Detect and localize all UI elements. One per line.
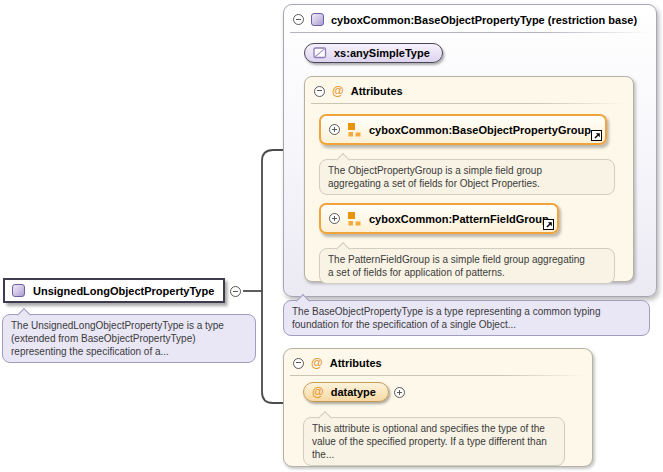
type-node-unsignedlongobjectpropertytype[interactable]: UnsignedLongObjectPropertyType — [3, 278, 225, 303]
type-annotation-text: The UnsignedLongObjectPropertyType is a … — [11, 319, 247, 358]
attribute-group-icon — [348, 212, 361, 226]
group-annotation-text: The PatternFieldGroup is a simple field … — [328, 253, 606, 279]
collapse-toggle-icon[interactable] — [293, 358, 304, 369]
header-separator — [290, 32, 650, 33]
collapse-toggle-icon[interactable] — [293, 14, 304, 25]
expand-toggle-icon[interactable] — [329, 213, 340, 224]
collapse-toggle-icon[interactable] — [314, 86, 325, 97]
type-node-title: UnsignedLongObjectPropertyType — [33, 285, 214, 297]
attribute-group-baseobjectpropertygroup[interactable]: cyboxCommon:BaseObjectPropertyGroup — [319, 114, 607, 145]
base-type-annotation-callout: The BaseObjectPropertyType is a type rep… — [283, 300, 650, 336]
attribute-group-name: cyboxCommon:PatternFieldGroup — [369, 213, 549, 225]
attribute-datatype-badge[interactable]: @ datatype — [303, 382, 389, 402]
header-separator — [290, 375, 586, 376]
base-type-header: cyboxCommon:BaseObjectPropertyType (rest… — [284, 5, 656, 26]
group-annotation-callout: The ObjectPropertyGroup is a simple fiel… — [319, 159, 615, 195]
type-annotation-callout: The UnsignedLongObjectPropertyType is a … — [2, 314, 256, 363]
attribute-name: datatype — [331, 386, 376, 398]
group-annotation-callout: The PatternFieldGroup is a simple field … — [319, 248, 615, 284]
attributes-label: Attributes — [330, 357, 382, 369]
group-annotation-text: The ObjectPropertyGroup is a simple fiel… — [328, 164, 606, 190]
attribute-at-icon: @ — [312, 386, 324, 398]
header-separator — [311, 103, 627, 104]
goto-definition-icon[interactable] — [543, 219, 554, 230]
base-attributes-section: @ Attributes cyboxCommon:BaseObjectPrope… — [304, 76, 634, 282]
attribute-at-icon: @ — [311, 357, 323, 369]
attributes-container: @ Attributes @ datatype This attribute i… — [283, 348, 593, 467]
attributes-label: Attributes — [351, 85, 403, 97]
complex-type-icon — [12, 284, 25, 297]
schema-diagram-canvas: UnsignedLongObjectPropertyType The Unsig… — [0, 0, 663, 472]
base-type-title: cyboxCommon:BaseObjectPropertyType (rest… — [331, 14, 637, 26]
attributes-header: @ Attributes — [284, 349, 592, 369]
simple-type-badge[interactable]: xs:anySimpleType — [304, 43, 443, 63]
attributes-header: @ Attributes — [305, 77, 633, 97]
collapse-toggle-icon[interactable] — [230, 286, 241, 297]
attribute-annotation-text: This attribute is optional and specifies… — [312, 422, 556, 461]
simple-type-name: xs:anySimpleType — [334, 47, 430, 59]
attribute-group-name: cyboxCommon:BaseObjectPropertyGroup — [369, 124, 591, 136]
attribute-annotation-callout: This attribute is optional and specifies… — [303, 417, 565, 466]
expand-toggle-icon[interactable] — [329, 124, 340, 135]
simple-type-icon — [313, 47, 327, 59]
goto-definition-icon[interactable] — [591, 130, 602, 141]
base-type-container: cyboxCommon:BaseObjectPropertyType (rest… — [283, 4, 657, 297]
complex-type-icon — [311, 13, 324, 26]
attribute-group-icon — [348, 123, 361, 137]
attribute-group-patternfieldgroup[interactable]: cyboxCommon:PatternFieldGroup — [319, 203, 559, 234]
expand-toggle-icon[interactable] — [394, 387, 405, 398]
attribute-at-icon: @ — [332, 85, 344, 97]
base-type-annotation-text: The BaseObjectPropertyType is a type rep… — [292, 305, 641, 331]
